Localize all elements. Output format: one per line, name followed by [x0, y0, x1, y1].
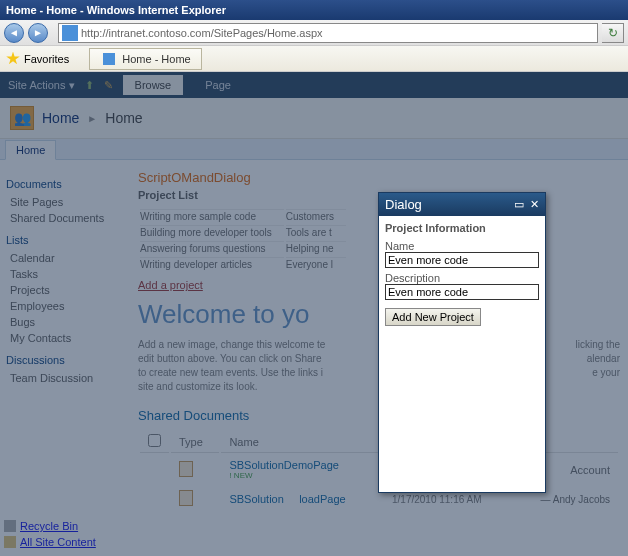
window-title: Home - Home - Windows Internet Explorer — [6, 4, 226, 16]
add-new-project-button[interactable]: Add New Project — [385, 308, 481, 326]
browser-toolbar: ◄ ► ↻ — [0, 20, 628, 46]
dialog-body: Project Information Name Description Add… — [379, 216, 545, 492]
name-label: Name — [385, 240, 539, 252]
favorites-bar: Favorites Home - Home — [0, 46, 628, 72]
address-bar[interactable] — [58, 23, 598, 43]
dialog-maximize-icon[interactable]: ▭ — [514, 198, 524, 211]
url-input[interactable] — [81, 27, 597, 39]
window-titlebar: Home - Home - Windows Internet Explorer — [0, 0, 628, 20]
tab-icon — [103, 53, 115, 65]
back-button[interactable]: ◄ — [4, 23, 24, 43]
dialog-section-heading: Project Information — [385, 222, 539, 234]
description-label: Description — [385, 272, 539, 284]
forward-button[interactable]: ► — [28, 23, 48, 43]
dialog: Dialog ▭ ✕ Project Information Name Desc… — [378, 192, 546, 493]
dialog-close-icon[interactable]: ✕ — [530, 198, 539, 211]
favorites-star-icon[interactable] — [6, 52, 20, 66]
favorites-label[interactable]: Favorites — [24, 53, 69, 65]
description-input[interactable] — [385, 284, 539, 300]
browser-tab[interactable]: Home - Home — [89, 48, 201, 70]
dialog-titlebar[interactable]: Dialog ▭ ✕ — [379, 193, 545, 216]
page-icon — [62, 25, 78, 41]
refresh-button[interactable]: ↻ — [602, 23, 624, 43]
dialog-title: Dialog — [385, 197, 508, 212]
tab-label: Home - Home — [122, 53, 190, 65]
name-input[interactable] — [385, 252, 539, 268]
